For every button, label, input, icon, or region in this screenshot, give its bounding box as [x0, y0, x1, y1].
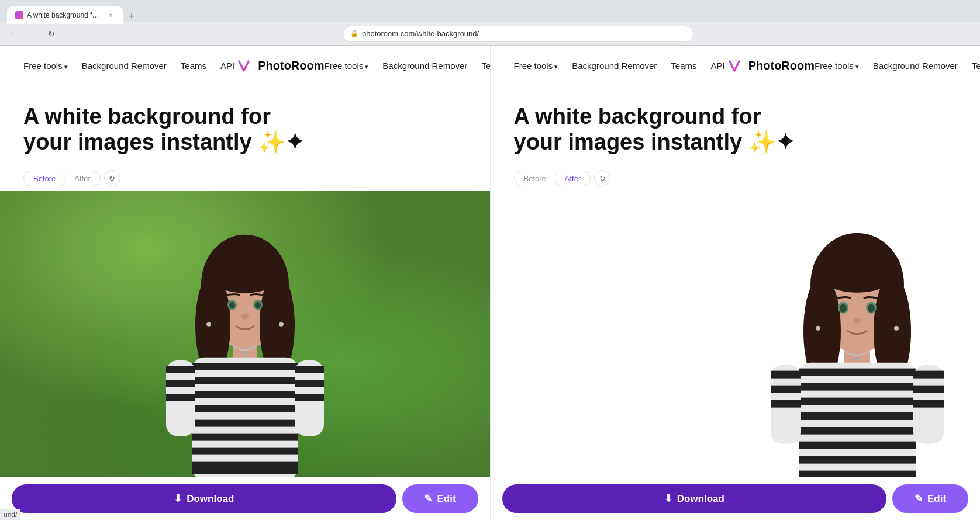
logo-text-right[interactable]: PhotoRoom: [748, 59, 815, 72]
svg-rect-45: [799, 442, 916, 449]
logo-text-left[interactable]: PhotoRoom: [258, 59, 324, 72]
nav-center-right: PhotoRoom: [725, 57, 815, 75]
nav-api-left[interactable]: API: [220, 61, 234, 71]
edit-label-right: Edit: [927, 493, 946, 505]
address-bar[interactable]: 🔒 photoroom.com/white-background/: [343, 26, 693, 42]
nav-free-tools-right-left[interactable]: Free tools: [325, 61, 369, 71]
svg-rect-12: [192, 420, 298, 427]
edit-button-right[interactable]: ✎ Edit: [892, 484, 968, 513]
nav-free-tools-right2[interactable]: Free tools: [514, 61, 558, 71]
svg-rect-43: [799, 412, 916, 420]
nav-teams-right2[interactable]: Teams: [671, 61, 696, 71]
nav-teams-left[interactable]: Teams: [181, 61, 206, 71]
url-peek: und/: [0, 509, 20, 520]
svg-rect-14: [192, 448, 298, 455]
svg-rect-13: [192, 434, 298, 441]
svg-point-58: [840, 304, 847, 313]
refresh-icon-left[interactable]: ↻: [104, 170, 120, 186]
nav-teams-rr[interactable]: Teams: [972, 61, 980, 71]
browser-tabs: A white background for your im… × +: [7, 0, 139, 22]
nav-free-tools-left[interactable]: Free tools: [23, 61, 68, 71]
page-content: Free tools Background Remover Teams API: [0, 46, 980, 520]
before-button-right[interactable]: Before: [515, 171, 555, 186]
edit-button-left[interactable]: ✎ Edit: [402, 484, 478, 513]
svg-rect-8: [192, 363, 298, 370]
nav-background-remover-left[interactable]: Background Remover: [82, 61, 167, 71]
tab-close-button[interactable]: ×: [106, 12, 115, 19]
svg-rect-53: [913, 371, 944, 379]
svg-point-62: [894, 326, 899, 331]
nav-left: Free tools Background Remover Teams API: [23, 61, 234, 71]
after-button-right[interactable]: After: [555, 171, 590, 186]
svg-rect-47: [799, 471, 916, 477]
svg-rect-15: [192, 462, 298, 474]
svg-rect-49: [771, 371, 801, 379]
forward-button[interactable]: →: [26, 27, 40, 41]
after-button-left[interactable]: After: [65, 171, 99, 186]
new-tab-button[interactable]: +: [125, 11, 139, 22]
svg-rect-55: [913, 400, 944, 408]
lock-icon: 🔒: [350, 30, 358, 37]
svg-rect-42: [799, 398, 916, 405]
svg-rect-50: [771, 386, 801, 393]
image-area-left: [0, 191, 490, 477]
download-icon-left: ⬇: [174, 493, 182, 505]
nav-bg-remover-rr[interactable]: Background Remover: [873, 61, 958, 71]
edit-label-left: Edit: [437, 493, 456, 505]
refresh-button[interactable]: ↻: [44, 27, 58, 41]
download-label-left: Download: [187, 493, 234, 505]
svg-rect-17: [166, 366, 195, 373]
logo-icon-right: [725, 57, 744, 75]
download-button-left[interactable]: ⬇ Download: [12, 484, 396, 513]
tab-favicon: [15, 11, 23, 19]
nav-bg-remover-right2[interactable]: Background Remover: [572, 61, 657, 71]
split-view: Free tools Background Remover Teams API: [0, 46, 980, 520]
browser-tab-active[interactable]: A white background for your im… ×: [7, 6, 123, 24]
download-button-right[interactable]: ⬇ Download: [502, 484, 887, 513]
edit-icon-right: ✎: [915, 493, 923, 505]
svg-point-59: [868, 304, 875, 313]
download-icon-right: ⬇: [664, 493, 672, 505]
svg-point-37: [813, 244, 901, 293]
before-after-bar-right: Before After ↻: [491, 167, 981, 191]
hero-right: A white background for your images insta…: [491, 86, 981, 167]
hero-left: A white background for your images insta…: [0, 86, 490, 167]
svg-point-27: [255, 302, 261, 309]
svg-point-26: [229, 302, 235, 309]
svg-point-28: [241, 314, 249, 320]
nav-free-tools-rr[interactable]: Free tools: [815, 61, 859, 71]
back-button[interactable]: ←: [7, 27, 21, 41]
svg-rect-10: [192, 391, 298, 398]
nav-left-right: Free tools Background Remover Teams API: [514, 61, 725, 71]
sparkle-right: ✨✦: [748, 130, 795, 154]
nav-teams-right-left[interactable]: Teams: [481, 61, 490, 71]
nav-api-right2[interactable]: API: [711, 61, 725, 71]
svg-rect-22: [295, 380, 324, 387]
ba-toggle-left: Before After: [23, 171, 101, 186]
download-bar-right: ⬇ Download ✎ Edit: [491, 477, 981, 520]
svg-rect-23: [295, 394, 324, 401]
nav-right-left: Free tools Background Remover Teams API: [325, 61, 491, 71]
nav-bar-right: Free tools Background Remover Teams API: [491, 46, 981, 86]
hero-title-left: A white background for your images insta…: [23, 104, 327, 155]
tab-title: A white background for your im…: [27, 11, 103, 19]
svg-rect-44: [799, 427, 916, 435]
browser-chrome: A white background for your im… × +: [0, 0, 980, 22]
edit-icon-left: ✎: [424, 493, 432, 505]
nav-bg-remover-right-left[interactable]: Background Remover: [382, 61, 467, 71]
ba-toggle-right: Before After: [514, 171, 591, 186]
svg-rect-46: [799, 456, 916, 464]
panel-left: Free tools Background Remover Teams API: [0, 46, 491, 520]
svg-point-60: [853, 318, 861, 324]
svg-rect-11: [192, 405, 298, 412]
svg-rect-18: [166, 380, 195, 387]
svg-rect-19: [166, 394, 195, 401]
svg-rect-0: [234, 57, 253, 75]
sparkle-left: ✨✦: [258, 130, 304, 154]
browser-addressbar: ← → ↻ 🔒 photoroom.com/white-background/: [0, 22, 980, 46]
refresh-icon-right[interactable]: ↻: [594, 170, 610, 186]
svg-point-5: [204, 247, 286, 293]
svg-point-29: [206, 322, 211, 327]
before-button-left[interactable]: Before: [24, 171, 65, 186]
panel-right: Free tools Background Remover Teams API: [491, 46, 981, 520]
